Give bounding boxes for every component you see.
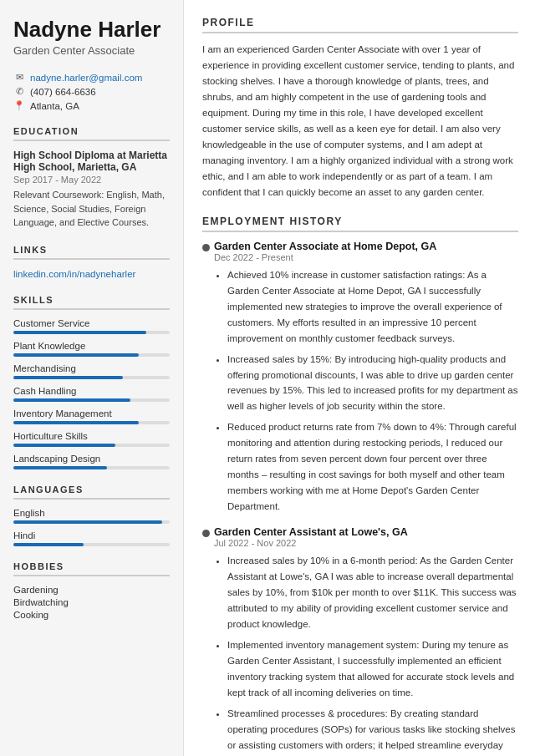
skill-label: Horticulture Skills	[13, 431, 170, 441]
email-contact: ✉ nadyne.harler@gmail.com	[13, 72, 170, 83]
linkedin-url[interactable]: linkedin.com/in/nadyneharler	[13, 269, 135, 279]
phone-contact: ✆ (407) 664-6636	[13, 86, 170, 97]
skill-bar-fill	[13, 421, 139, 424]
skill-item: Cash Handling	[13, 386, 170, 402]
lang-bar-fill	[13, 520, 162, 524]
candidate-name: Nadyne Harler	[13, 17, 170, 43]
skill-bar-bg	[13, 353, 170, 357]
edu-description: Relevant Coursework: English, Math, Scie…	[13, 188, 170, 230]
lang-label: English	[13, 508, 170, 518]
linkedin-link[interactable]: linkedin.com/in/nadyneharler	[13, 268, 170, 280]
employment-entry: Garden Center Associate at Home Depot, G…	[202, 241, 518, 515]
job-title: Garden Center Assistant at Lowe's, GA	[214, 526, 518, 538]
profile-text: I am an experienced Garden Center Associ…	[202, 42, 518, 200]
hobby-item: Birdwatching	[13, 597, 170, 607]
skill-bar-bg	[13, 444, 170, 447]
job-bullet	[202, 530, 210, 537]
skill-bar-fill	[13, 444, 115, 447]
page: Nadyne Harler Garden Center Associate ✉ …	[0, 0, 535, 756]
location-icon: 📍	[13, 100, 25, 111]
job-bullet-item: Streamlined processes & procedures: By c…	[227, 706, 518, 756]
skill-label: Cash Handling	[13, 386, 170, 396]
skill-bar-bg	[13, 398, 170, 402]
job-bullet-item: Achieved 10% increase in customer satisf…	[227, 267, 518, 347]
job-bullets: Achieved 10% increase in customer satisf…	[214, 267, 518, 515]
contact-section: ✉ nadyne.harler@gmail.com ✆ (407) 664-66…	[13, 72, 170, 111]
job-date: Jul 2022 - Nov 2022	[214, 538, 518, 548]
lang-bar-bg	[13, 520, 170, 524]
skills-heading: SKILLS	[13, 295, 170, 310]
skill-bar-fill	[13, 466, 107, 469]
employment-entry: Garden Center Assistant at Lowe's, GAJul…	[202, 526, 518, 756]
phone-text: (407) 664-6636	[30, 87, 96, 97]
hobby-item: Cooking	[13, 610, 170, 620]
job-bullet-item: Increased sales by 10% in a 6-month peri…	[227, 553, 518, 632]
location-text: Atlanta, GA	[30, 101, 79, 111]
lang-bar-bg	[13, 543, 170, 546]
skill-item: Landscaping Design	[13, 454, 170, 469]
edu-date: Sep 2017 - May 2022	[13, 175, 170, 185]
skill-item: Plant Knowledge	[13, 341, 170, 357]
languages-heading: LANGUAGES	[13, 485, 170, 500]
employment-heading: EMPLOYMENT HISTORY	[202, 216, 518, 232]
skill-bar-fill	[13, 376, 123, 379]
hobbies-heading: HOBBIES	[13, 561, 170, 576]
job-bullet-item: Implemented inventory management system:…	[227, 637, 518, 701]
hobby-item: Gardening	[13, 585, 170, 595]
job-bullets: Increased sales by 10% in a 6-month peri…	[214, 553, 518, 756]
skill-label: Customer Service	[13, 318, 170, 328]
employment-list: Garden Center Associate at Home Depot, G…	[202, 241, 518, 756]
skill-bar-fill	[13, 331, 146, 334]
links-heading: LINKS	[13, 245, 170, 260]
language-item: Hindi	[13, 530, 170, 546]
skill-bar-bg	[13, 376, 170, 379]
education-heading: EDUCATION	[13, 126, 170, 141]
lang-bar-fill	[13, 543, 84, 546]
skill-item: Customer Service	[13, 318, 170, 334]
job-bullet	[202, 244, 210, 251]
skills-list: Customer Service Plant Knowledge Merchan…	[13, 318, 170, 469]
email-icon: ✉	[13, 72, 25, 83]
skill-item: Horticulture Skills	[13, 431, 170, 447]
education-block: High School Diploma at Marietta High Sch…	[13, 150, 170, 230]
job-title: Garden Center Associate at Home Depot, G…	[214, 241, 518, 252]
profile-heading: PROFILE	[202, 17, 518, 33]
edu-degree: High School Diploma at Marietta High Sch…	[13, 150, 170, 173]
skill-item: Merchandising	[13, 363, 170, 379]
skill-bar-fill	[13, 353, 139, 357]
candidate-title: Garden Center Associate	[13, 44, 170, 57]
language-item: English	[13, 508, 170, 524]
email-link[interactable]: nadyne.harler@gmail.com	[30, 73, 142, 83]
skill-bar-fill	[13, 398, 130, 402]
lang-label: Hindi	[13, 530, 170, 540]
skill-label: Plant Knowledge	[13, 341, 170, 351]
skill-bar-bg	[13, 421, 170, 424]
hobbies-list: GardeningBirdwatchingCooking	[13, 585, 170, 620]
skill-label: Merchandising	[13, 363, 170, 373]
sidebar: Nadyne Harler Garden Center Associate ✉ …	[0, 0, 184, 756]
job-bullet-item: Reduced product returns rate from 7% dow…	[227, 419, 518, 515]
skill-label: Landscaping Design	[13, 454, 170, 464]
job-date: Dec 2022 - Present	[214, 252, 518, 262]
languages-list: English Hindi	[13, 508, 170, 546]
skill-bar-bg	[13, 466, 170, 469]
job-bullet-item: Increased sales by 15%: By introducing h…	[227, 352, 518, 415]
main-content: PROFILE I am an experienced Garden Cente…	[184, 0, 535, 756]
phone-icon: ✆	[13, 86, 25, 97]
skill-label: Inventory Management	[13, 408, 170, 419]
location-contact: 📍 Atlanta, GA	[13, 100, 170, 111]
skill-bar-bg	[13, 331, 170, 334]
skill-item: Inventory Management	[13, 408, 170, 424]
